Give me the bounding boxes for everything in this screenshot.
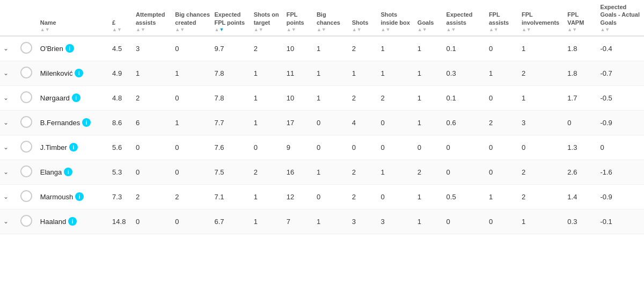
player-fpl-points: 17: [284, 110, 314, 135]
player-info-badge[interactable]: i: [75, 69, 83, 77]
th-big-chances[interactable]: Big chances ▲ ▼: [314, 0, 350, 36]
player-stats-table: Name ▲ ▼ £ ▲ ▼: [0, 0, 644, 234]
player-expected-fpl-points: 7.5: [212, 160, 251, 184]
expand-button[interactable]: ⌄: [2, 68, 10, 78]
th-shots[interactable]: Shots ▲ ▼: [350, 0, 379, 36]
select-cell: [18, 36, 38, 61]
player-fpl-involvements: 2: [519, 61, 565, 85]
th-big-chances-created[interactable]: Big chances created ▲ ▼: [173, 0, 212, 36]
player-fpl-assists: 0: [487, 209, 519, 234]
table-row: ⌄ Milenković i 4.9 1 1 7.8 1 11 1 1 1 1 …: [0, 61, 644, 85]
player-expected-assists: 0.5: [444, 184, 487, 209]
expand-button[interactable]: ⌄: [2, 142, 10, 152]
player-fpl-vapm: 1.4: [565, 184, 598, 209]
th-shots-on-target[interactable]: Shots on target ▲ ▼: [252, 0, 284, 36]
player-info-badge[interactable]: i: [68, 217, 77, 226]
player-fpl-points: 12: [284, 184, 314, 209]
th-attempted-assists[interactable]: Attempted assists ▲ ▼: [134, 0, 173, 36]
expand-button[interactable]: ⌄: [2, 93, 10, 103]
player-shots-inside-box: 1: [378, 160, 415, 184]
player-name-cell: O'Brien i: [38, 36, 110, 61]
th-expected-assists[interactable]: Expected assists ▲ ▼: [444, 0, 487, 36]
th-name[interactable]: Name ▲ ▼: [38, 0, 110, 36]
player-expected-assists: 0.1: [444, 36, 487, 61]
player-info-badge[interactable]: i: [65, 44, 74, 53]
player-shots-inside-box: 0: [378, 135, 415, 160]
player-info-badge[interactable]: i: [82, 118, 91, 127]
player-price: 4.5: [110, 36, 134, 61]
th-expected-fpl-points[interactable]: Expected FPL points ▲ ▼: [212, 0, 251, 36]
player-select-checkbox[interactable]: [20, 116, 32, 128]
expand-button[interactable]: ⌄: [2, 118, 10, 127]
player-fpl-involvements: 0: [519, 135, 565, 160]
expand-button[interactable]: ⌄: [2, 216, 10, 226]
th-fpl-involvements[interactable]: FPL involvements ▲ ▼: [519, 0, 565, 36]
expand-cell: ⌄: [0, 110, 18, 135]
player-select-checkbox[interactable]: [20, 42, 32, 54]
player-big-chances-created: 0: [173, 160, 212, 184]
player-expected-assists: 0.3: [444, 61, 487, 85]
player-price: 4.8: [110, 85, 134, 110]
expand-button[interactable]: ⌄: [2, 192, 10, 201]
player-select-checkbox[interactable]: [20, 215, 32, 227]
player-expected-goals-actual: -0.1: [598, 209, 644, 234]
player-shots: 3: [350, 209, 379, 234]
player-goals: 2: [415, 160, 444, 184]
player-shots-inside-box: 0: [378, 110, 415, 135]
player-select-checkbox[interactable]: [20, 141, 32, 153]
th-price[interactable]: £ ▲ ▼: [110, 0, 134, 36]
th-fpl-points[interactable]: FPL points ▲ ▼: [284, 0, 314, 36]
player-shots-on-target: 2: [252, 160, 284, 184]
th-goals[interactable]: Goals ▲ ▼: [415, 0, 444, 36]
player-select-checkbox[interactable]: [20, 67, 32, 78]
player-fpl-assists: 0: [487, 135, 519, 160]
player-attempted-assists: 2: [134, 85, 173, 110]
select-cell: [18, 61, 38, 85]
player-info-badge[interactable]: i: [75, 192, 84, 201]
player-expected-assists: 0: [444, 209, 487, 234]
player-big-chances-created: 0: [173, 36, 212, 61]
player-fpl-points: 11: [284, 61, 314, 85]
player-price: 14.8: [110, 209, 134, 234]
player-price: 4.9: [110, 61, 134, 85]
player-expected-goals-actual: -0.9: [598, 184, 644, 209]
player-fpl-involvements: 3: [519, 110, 565, 135]
player-expected-goals-actual: -0.4: [598, 36, 644, 61]
player-info-badge[interactable]: i: [72, 93, 80, 102]
player-fpl-points: 10: [284, 85, 314, 110]
table-row: ⌄ Marmoush i 7.3 2 2 7.1 1 12 0 2 0 1 0.…: [0, 184, 644, 209]
player-name-text: Marmoush: [40, 193, 73, 201]
player-info-badge[interactable]: i: [64, 168, 72, 176]
player-big-chances: 0: [314, 135, 350, 160]
player-expected-fpl-points: 7.8: [212, 85, 251, 110]
th-shots-inside-box[interactable]: Shots inside box ▲ ▼: [378, 0, 415, 36]
player-fpl-assists: 0: [487, 36, 519, 61]
player-expected-assists: 0.6: [444, 110, 487, 135]
player-price: 8.6: [110, 110, 134, 135]
expand-cell: ⌄: [0, 61, 18, 85]
player-price: 5.3: [110, 160, 134, 184]
player-shots-on-target: 2: [252, 36, 284, 61]
expand-button[interactable]: ⌄: [2, 44, 10, 53]
player-expected-goals-actual: -0.7: [598, 61, 644, 85]
player-shots-on-target: 1: [252, 85, 284, 110]
player-select-checkbox[interactable]: [20, 165, 32, 177]
player-fpl-vapm: 1.7: [565, 85, 598, 110]
player-select-checkbox[interactable]: [20, 190, 32, 202]
player-fpl-points: 9: [284, 135, 314, 160]
player-name-cell: Elanga i: [38, 160, 110, 184]
player-expected-assists: 0: [444, 135, 487, 160]
player-expected-goals-actual: -0.9: [598, 110, 644, 135]
player-info-badge[interactable]: i: [69, 143, 78, 151]
player-fpl-vapm: 1.8: [565, 61, 598, 85]
th-fpl-assists[interactable]: FPL assists ▲ ▼: [487, 0, 519, 36]
player-attempted-assists: 1: [134, 61, 173, 85]
player-select-checkbox[interactable]: [20, 91, 32, 103]
select-cell: [18, 160, 38, 184]
th-expected-goals-actual[interactable]: Expected Goals - Actual Goals ▲ ▼: [598, 0, 644, 36]
player-expected-assists: 0.1: [444, 85, 487, 110]
expand-button[interactable]: ⌄: [2, 167, 10, 177]
player-fpl-involvements: 1: [519, 36, 565, 61]
th-fpl-vapm[interactable]: FPL VAPM ▲ ▼: [565, 0, 598, 36]
player-shots-inside-box: 1: [378, 36, 415, 61]
